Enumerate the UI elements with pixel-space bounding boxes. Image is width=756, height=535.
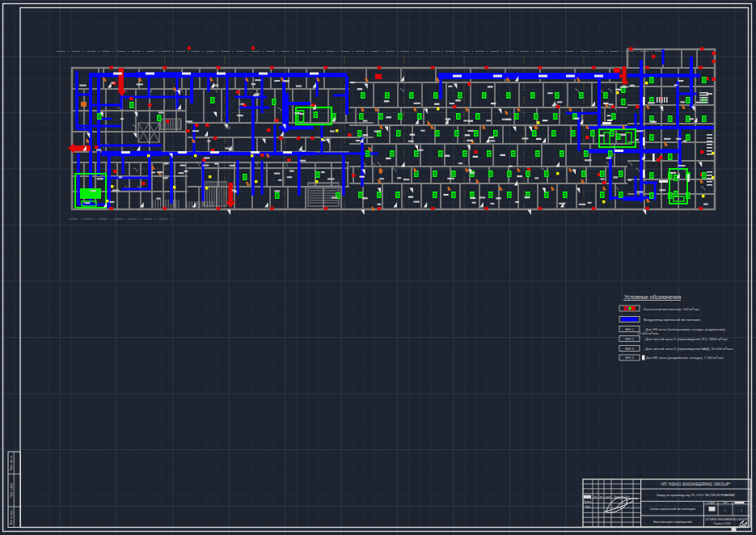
svg-text:Инв. № подл.: Инв. № подл. <box>10 509 13 524</box>
svg-text:Экспликация помещений: Экспликация помещений <box>653 520 692 524</box>
svg-text:- Для чистой зоны D (производс: - Для чистой зоны D (производство ЛС), 8… <box>644 337 729 341</box>
svg-text:ВНУ-3: ВНУ-3 <box>625 348 633 351</box>
svg-text:ВНУ-4: ВНУ-4 <box>625 356 633 360</box>
svg-text:Пров.: Пров. <box>585 505 590 508</box>
svg-text:Для НК зоны (раздевалки, склад: Для НК зоны (раздевалки, склады), 7 200 … <box>646 356 724 360</box>
svg-text:Воздуховод приточной вентиляци: Воздуховод приточной вентиляции <box>644 318 700 322</box>
svg-text:Подп. и дата: Подп. и дата <box>10 483 13 498</box>
svg-text:1: 1 <box>724 509 726 512</box>
svg-text:1: 1 <box>741 509 742 512</box>
svg-text:12 000 м³/час: 12 000 м³/час <box>637 331 660 335</box>
svg-text:- Для чистой зоны D (производс: - Для чистой зоны D (производство БАД), … <box>644 347 733 351</box>
svg-text:ВНУ-1: ВНУ-1 <box>625 328 633 331</box>
svg-text:Схема приточной вентиляции: Схема приточной вентиляции <box>649 507 695 511</box>
svg-text:Ташкент-2024: Ташкент-2024 <box>713 522 731 525</box>
svg-text:Стадия: Стадия <box>707 501 715 504</box>
svg-text:Канальный вентилятор, 500 м³/ч: Канальный вентилятор, 500 м³/час <box>644 307 700 311</box>
svg-text:Лист: Лист <box>723 501 729 504</box>
svg-text:№док: №док <box>605 496 611 499</box>
svg-text:Разраб.: Разраб. <box>584 500 592 503</box>
svg-text:ЧП "KENO ENGINEERING GROUP": ЧП "KENO ENGINEERING GROUP" <box>661 482 731 487</box>
svg-text:Взам. инв. №: Взам. инв. № <box>10 455 13 470</box>
svg-text:Кол.: Кол. <box>593 495 598 499</box>
svg-text:Лист: Лист <box>599 495 605 499</box>
svg-text:ЧП"KENO ENGINEERING GROUP": ЧП"KENO ENGINEERING GROUP" <box>705 518 749 521</box>
svg-text:Условные обозначения: Условные обозначения <box>624 294 682 300</box>
svg-text:ВНУ-2: ВНУ-2 <box>625 338 633 341</box>
svg-text:Завод по производству ЛС ООО ": Завод по производству ЛС ООО "BIOTRON PH… <box>657 493 736 497</box>
svg-text:- Для НК зоны (лаборатории, ск: - Для НК зоны (лаборатории, склады, разд… <box>644 327 726 331</box>
